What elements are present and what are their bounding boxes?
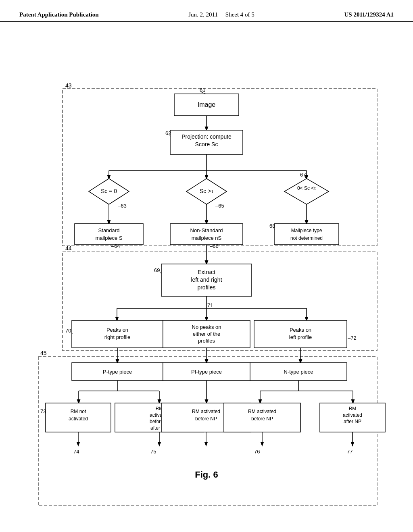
mailpiece-type-node2: not determined <box>290 235 323 241</box>
label-64: –64 <box>111 243 120 249</box>
projection-node2: Score Sc <box>195 141 218 148</box>
svg-marker-16 <box>284 179 329 204</box>
label-65: –65 <box>215 203 224 209</box>
svg-rect-21 <box>75 224 143 245</box>
rm-after-node2: activated <box>343 412 362 418</box>
rm-after-node3: after NP <box>344 419 361 424</box>
page-header: Patent Application Publication Jun. 2, 2… <box>0 0 413 22</box>
pf-type-node: Pf-type piece <box>191 369 222 375</box>
svg-rect-23 <box>274 224 339 245</box>
rm-before-np2-node: RM activated <box>248 409 276 414</box>
label-62: 62 <box>165 130 171 136</box>
no-peaks-node: No peaks on <box>192 324 221 330</box>
patent-number: US 2011/129324 A1 <box>344 11 394 18</box>
no-peaks-node3: profiles <box>198 338 215 344</box>
diagram-area: 43 44 45 Image 61 Projection: compute Sc… <box>0 26 413 526</box>
standard-node: Standard <box>98 227 120 233</box>
rm-after-node: RM <box>349 406 357 411</box>
sheet-info: Sheet 4 of 5 <box>225 11 254 18</box>
label-77: 77 <box>347 449 353 455</box>
label-43: 43 <box>65 82 72 89</box>
extract-node3: profiles <box>197 284 215 291</box>
n-type-node: N-type piece <box>284 369 313 375</box>
label-74: 74 <box>73 449 79 455</box>
extract-node: Extract <box>198 269 215 275</box>
label-63: –63 <box>118 203 127 209</box>
rm-before-np1-node2: before NP <box>195 416 217 422</box>
mailpiece-type-node: Mailpiece type <box>291 228 322 233</box>
standard-node2: mailpiece S <box>95 235 123 241</box>
header-center: Jun. 2, 2011 Sheet 4 of 5 <box>188 11 254 18</box>
nonstandard-node: Non-Standard <box>190 227 223 233</box>
image-node: Image <box>198 101 216 108</box>
sc-tau-node: Sc >τ <box>200 188 213 194</box>
extract-node2: left and right <box>191 276 222 283</box>
label-76: 76 <box>254 449 260 455</box>
publication-date: Jun. 2, 2011 <box>188 11 218 18</box>
no-peaks-node2: either of the <box>193 331 221 337</box>
label-68: 68 <box>269 223 275 229</box>
svg-rect-22 <box>170 224 243 245</box>
label-72: –72 <box>348 335 357 341</box>
label-73: 73 <box>40 408 46 414</box>
fig-label: Fig. 6 <box>195 470 218 480</box>
sc-range-node: 0< Sc <τ <box>297 185 316 191</box>
label-66: –66 <box>210 243 219 249</box>
p-type-node: P-type piece <box>103 369 132 375</box>
flowchart-svg: 43 44 45 Image 61 Projection: compute Sc… <box>0 26 413 526</box>
label-69: 69 <box>154 267 160 273</box>
label-45: 45 <box>40 350 47 356</box>
label-71: 71 <box>207 302 213 308</box>
peaks-left-node: Peaks on <box>290 327 311 333</box>
rm-not-node: RM not <box>71 409 86 414</box>
rm-before-np2-node2: before NP <box>251 416 273 422</box>
peaks-right-node: Peaks on <box>106 327 128 333</box>
label-44: 44 <box>65 245 72 251</box>
sc-zero-node: Sc = 0 <box>101 188 117 194</box>
peaks-right-node2: right profile <box>104 334 130 340</box>
rm-not-node2: activated <box>69 416 88 422</box>
rm-before-np1-node: RM activated <box>192 409 220 414</box>
label-70: 70 <box>65 328 71 334</box>
projection-node: Projection: compute <box>181 133 232 140</box>
publication-title: Patent Application Publication <box>19 11 99 18</box>
nonstandard-node2: mailpiece nS <box>192 235 222 241</box>
peaks-left-node2: left profile <box>289 334 312 340</box>
label-75: 75 <box>150 449 156 455</box>
label-61: 61 <box>200 87 205 93</box>
